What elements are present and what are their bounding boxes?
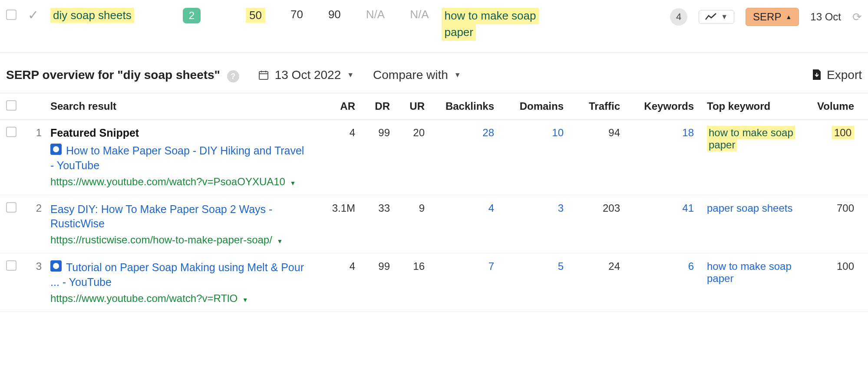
row-actions: 4 ▼ SERP ▲ 13 Oct ⟳: [670, 8, 862, 26]
cell-domains[interactable]: 10: [494, 127, 564, 139]
col-top-keyword[interactable]: Top keyword: [694, 100, 815, 112]
col-ar[interactable]: AR: [315, 100, 355, 112]
metric-5: N/A: [410, 8, 429, 21]
metric-4: N/A: [366, 8, 385, 21]
cell-volume: 700: [815, 202, 862, 214]
overview-title: SERP overview for "diy soap sheets": [6, 68, 220, 82]
position-badge: 2: [183, 8, 201, 23]
export-label: Export: [827, 68, 862, 82]
search-result-cell: Featured SnippetHow to Make Paper Soap -…: [50, 127, 315, 188]
table-row: 2Easy DIY: How To Make Paper Soap 2 Ways…: [0, 195, 868, 254]
cell-domains[interactable]: 5: [494, 260, 564, 272]
caret-down-icon: ▼: [347, 71, 354, 79]
cell-traffic: 24: [564, 260, 620, 272]
refresh-icon[interactable]: ⟳: [852, 10, 862, 24]
serp-button-label: SERP: [753, 11, 781, 23]
cell-volume: 100: [815, 260, 862, 272]
metric-2: 70: [290, 8, 303, 21]
svg-rect-0: [259, 72, 268, 79]
cell-traffic: 94: [564, 127, 620, 139]
export-button[interactable]: Export: [812, 68, 862, 82]
row-checkbox[interactable]: [6, 202, 17, 213]
cell-backlinks[interactable]: 7: [425, 260, 494, 272]
caret-down-icon[interactable]: ▼: [277, 238, 283, 245]
serp-button[interactable]: SERP ▲: [746, 8, 799, 26]
result-title-link[interactable]: Easy DIY: How To Make Paper Soap 2 Ways …: [50, 202, 307, 232]
cell-traffic: 203: [564, 202, 620, 214]
cell-ar: 3.1M: [315, 202, 355, 214]
video-thumbnail-icon: [50, 144, 62, 155]
caret-down-icon: ▼: [721, 13, 728, 21]
cell-ur: 20: [390, 127, 425, 139]
col-keywords[interactable]: Keywords: [620, 100, 694, 112]
cell-domains[interactable]: 3: [494, 202, 564, 214]
col-domains[interactable]: Domains: [494, 100, 564, 112]
col-traffic[interactable]: Traffic: [564, 100, 620, 112]
serp-overview-header: SERP overview for "diy soap sheets" ? 13…: [0, 52, 868, 93]
col-volume[interactable]: Volume: [815, 100, 862, 112]
top-keyword-line1: how to make soap: [442, 8, 538, 24]
table-row: 3Tutorial on Paper Soap Making using Mel…: [0, 253, 868, 312]
result-url[interactable]: https://www.youtube.com/watch?v=PsoaOYXU…: [50, 176, 307, 188]
cell-ar: 4: [315, 260, 355, 272]
keyword-row: ✓ diy soap sheets 2 50 70 90 N/A N/A how…: [0, 0, 868, 52]
result-url[interactable]: https://www.youtube.com/watch?v=RTlO ▼: [50, 292, 307, 305]
cell-dr: 99: [355, 127, 390, 139]
compare-label: Compare with: [373, 68, 448, 82]
table-header-row: Search result AR DR UR Backlinks Domains…: [0, 93, 868, 120]
cell-dr: 99: [355, 260, 390, 272]
video-thumbnail-icon: [50, 260, 62, 272]
cell-keywords[interactable]: 18: [620, 127, 694, 139]
metric-1: 50: [246, 8, 265, 23]
cell-top-keyword[interactable]: how to make soappaper: [694, 260, 815, 285]
trend-button[interactable]: ▼: [699, 10, 734, 24]
cell-volume: 100: [815, 127, 862, 139]
col-backlinks[interactable]: Backlinks: [425, 100, 494, 112]
cell-top-keyword[interactable]: how to make soappaper: [694, 127, 815, 151]
caret-down-icon: ▼: [454, 71, 461, 79]
serp-table: Search result AR DR UR Backlinks Domains…: [0, 93, 868, 312]
row-checkbox[interactable]: [6, 127, 17, 137]
search-result-cell: Tutorial on Paper Soap Making using Melt…: [50, 260, 315, 305]
table-row: 1Featured SnippetHow to Make Paper Soap …: [0, 120, 868, 195]
search-result-cell: Easy DIY: How To Make Paper Soap 2 Ways …: [50, 202, 315, 246]
serp-features-count[interactable]: 4: [670, 8, 687, 26]
row-index: 3: [28, 260, 50, 272]
select-all-checkbox[interactable]: [6, 100, 17, 111]
row-date: 13 Oct: [810, 11, 841, 23]
cell-keywords[interactable]: 6: [620, 260, 694, 272]
row-index: 2: [28, 202, 50, 214]
caret-down-icon[interactable]: ▼: [290, 180, 296, 187]
calendar-icon: [258, 70, 269, 80]
caret-down-icon[interactable]: ▼: [242, 296, 248, 303]
cell-backlinks[interactable]: 4: [425, 202, 494, 214]
cell-ur: 9: [390, 202, 425, 214]
featured-snippet-label: Featured Snippet: [50, 127, 307, 139]
cell-top-keyword[interactable]: paper soap sheets: [694, 202, 815, 214]
cell-ar: 4: [315, 127, 355, 139]
cell-ur: 16: [390, 260, 425, 272]
cell-keywords[interactable]: 41: [620, 202, 694, 214]
date-picker[interactable]: 13 Oct 2022 ▼: [258, 68, 354, 82]
metric-3: 90: [328, 8, 341, 21]
cell-backlinks[interactable]: 28: [425, 127, 494, 139]
col-search-result[interactable]: Search result: [50, 100, 315, 112]
top-keyword-line2: paper: [442, 24, 476, 41]
row-checkbox[interactable]: [6, 260, 17, 271]
export-icon: [812, 69, 822, 81]
top-keyword-cell[interactable]: how to make soap paper: [442, 8, 538, 41]
compare-dropdown[interactable]: Compare with ▼: [373, 68, 461, 82]
check-icon: ✓: [26, 8, 40, 22]
col-dr[interactable]: DR: [355, 100, 390, 112]
result-title-link[interactable]: How to Make Paper Soap - DIY Hiking and …: [50, 144, 307, 173]
overview-title-wrap: SERP overview for "diy soap sheets" ?: [6, 68, 239, 83]
help-icon[interactable]: ?: [227, 70, 239, 82]
col-ur[interactable]: UR: [390, 100, 425, 112]
result-url[interactable]: https://rusticwise.com/how-to-make-paper…: [50, 234, 307, 246]
date-picker-value: 13 Oct 2022: [275, 68, 341, 82]
result-title-link[interactable]: Tutorial on Paper Soap Making using Melt…: [50, 260, 307, 290]
keyword-cell[interactable]: diy soap sheets: [50, 8, 134, 23]
row-index: 1: [28, 127, 50, 139]
trend-icon: [705, 13, 716, 21]
row-checkbox[interactable]: [6, 10, 17, 20]
